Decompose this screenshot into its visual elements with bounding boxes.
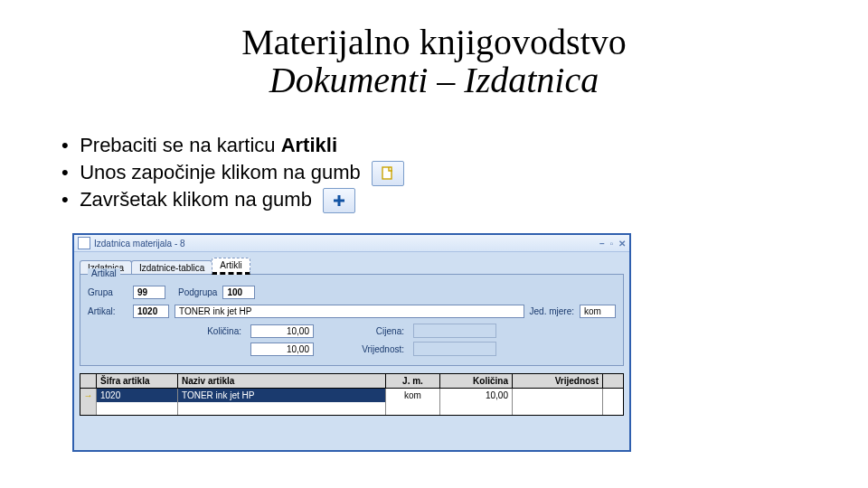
label-podgrupa: Podgrupa xyxy=(178,287,217,297)
grid-header-kolicina: Količina xyxy=(440,374,513,388)
row-marker-icon: → xyxy=(84,390,93,400)
label-cijena: Cijena: xyxy=(350,326,404,336)
bullet-1-bold: Artikli xyxy=(281,134,337,156)
grid-header-vrijednost: Vrijednost xyxy=(513,374,603,388)
group-title: Artikal xyxy=(88,268,120,278)
svg-rect-2 xyxy=(334,200,344,202)
label-jed-mjere: Jed. mjere: xyxy=(530,306,574,316)
bullet-1: • Prebaciti se na karticu Artikli xyxy=(61,132,404,159)
cell-naziv: TONER ink jet HP xyxy=(178,389,386,402)
window-app-icon xyxy=(78,237,90,249)
bullet-2: • Unos započinje klikom na gumb xyxy=(61,159,404,186)
field-artikal-sifra[interactable]: 1020 xyxy=(133,305,169,318)
bullet-1-text: Prebaciti se na karticu xyxy=(80,134,281,156)
title-line1: Materijalno knjigovodstvo xyxy=(0,23,868,61)
label-artikal: Artikal: xyxy=(88,306,127,316)
app-window: Izdatnica materijala - 8 – ▫ ✕ Izdatnica… xyxy=(72,233,631,452)
window-close-button[interactable]: ✕ xyxy=(618,239,626,249)
grid-row[interactable]: → 1020 TONER ink jet HP kom 10,00 xyxy=(80,389,623,402)
field-podgrupa[interactable]: 100 xyxy=(222,286,255,299)
window-title: Izdatnica materijala - 8 xyxy=(94,239,596,249)
field-jed-mjere: kom xyxy=(580,305,616,318)
grid-row-empty xyxy=(80,402,623,415)
tab-bar: Izdatnica Izdatnice-tablica Artikli xyxy=(80,257,624,275)
label-vrijednost: Vrijednost: xyxy=(350,344,404,354)
bullet-list: • Prebaciti se na karticu Artikli • Unos… xyxy=(61,132,404,213)
bullet-3-text: Završetak klikom na gumb xyxy=(80,188,312,211)
cell-vrijednost xyxy=(513,389,603,402)
svg-rect-0 xyxy=(382,167,392,179)
field-cijena xyxy=(413,324,496,338)
grid-header-sifra: Šifra artikla xyxy=(97,374,178,388)
plus-icon xyxy=(323,188,355,213)
window-restore-button[interactable]: ▫ xyxy=(609,239,613,249)
cell-kolicina: 10,00 xyxy=(440,389,513,402)
field-grupa[interactable]: 99 xyxy=(133,286,165,299)
label-grupa: Grupa xyxy=(88,287,127,297)
window-body: Izdatnica Izdatnice-tablica Artikli Arti… xyxy=(80,257,624,445)
field-vrijednost xyxy=(413,342,496,356)
slide-title: Materijalno knjigovodstvo Dokumenti – Iz… xyxy=(0,23,868,99)
field-artikal-naziv[interactable]: TONER ink jet HP xyxy=(175,305,524,318)
field-kolicina-1[interactable]: 10,00 xyxy=(250,324,314,338)
bullet-2-text: Unos započinje klikom na gumb xyxy=(80,161,361,183)
window-minimize-button[interactable]: – xyxy=(599,239,605,249)
tab-artikli[interactable]: Artikli xyxy=(212,258,250,275)
title-line2: Dokumenti – Izdatnica xyxy=(0,61,868,99)
grid-header-naziv: Naziv artikla xyxy=(178,374,386,388)
items-grid: Šifra artikla Naziv artikla J. m. Količi… xyxy=(80,373,624,416)
artikal-panel: Artikal Grupa 99 Podgrupa 100 Artikal: 1… xyxy=(80,274,624,366)
field-kolicina-2[interactable]: 10,00 xyxy=(250,343,314,356)
grid-header: Šifra artikla Naziv artikla J. m. Količi… xyxy=(80,374,623,389)
window-titlebar: Izdatnica materijala - 8 – ▫ ✕ xyxy=(74,235,629,252)
new-doc-icon xyxy=(372,161,404,186)
grid-header-jm: J. m. xyxy=(386,374,440,388)
bullet-3: • Završetak klikom na gumb xyxy=(61,186,404,213)
cell-sifra: 1020 xyxy=(97,389,178,402)
label-kolicina: Količina: xyxy=(187,326,241,336)
tab-izdatnice-tablica[interactable]: Izdatnice-tablica xyxy=(131,260,212,275)
grid-header-marker xyxy=(80,374,97,388)
cell-jm: kom xyxy=(386,389,440,402)
